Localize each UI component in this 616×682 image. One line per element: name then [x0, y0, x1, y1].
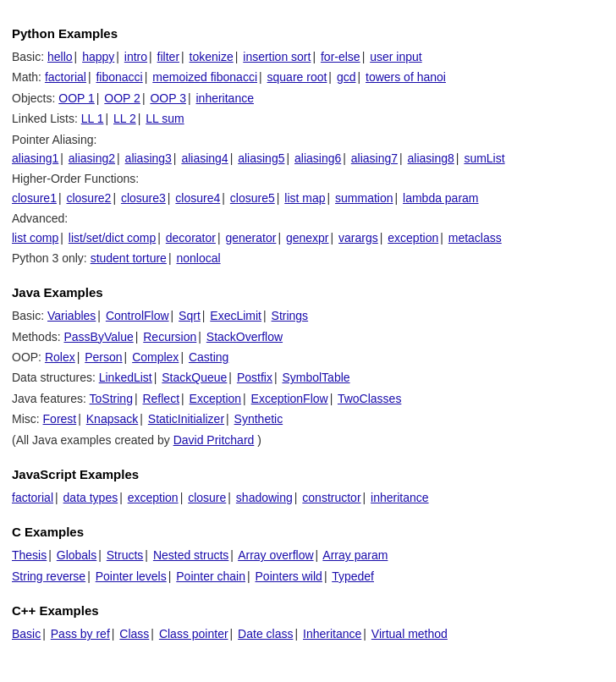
link-passbyvalue[interactable]: PassByValue — [63, 330, 133, 344]
link-varargs[interactable]: varargs — [338, 231, 378, 245]
link-class-cpp[interactable]: Class — [119, 627, 149, 641]
link-lambda-param[interactable]: lambda param — [403, 191, 479, 205]
link-typedef[interactable]: Typedef — [332, 569, 374, 583]
link-synthetic[interactable]: Synthetic — [234, 412, 283, 426]
link-oop1[interactable]: OOP 1 — [58, 91, 95, 105]
link-aliasing1[interactable]: aliasing1 — [12, 151, 58, 165]
link-tostring[interactable]: ToString — [90, 392, 133, 405]
link-stackqueue[interactable]: StackQueue — [162, 371, 227, 384]
link-reflect[interactable]: Reflect — [142, 392, 179, 405]
link-square-root[interactable]: square root — [267, 70, 327, 84]
link-twoclasses[interactable]: TwoClasses — [338, 392, 401, 405]
link-shadowing[interactable]: shadowing — [236, 491, 293, 504]
link-casting[interactable]: Casting — [189, 350, 228, 364]
link-globals[interactable]: Globals — [57, 548, 96, 562]
link-oop3[interactable]: OOP 3 — [150, 91, 186, 105]
link-genexpr[interactable]: genexpr — [286, 231, 329, 245]
link-forest[interactable]: Forest — [43, 412, 77, 426]
link-list-map[interactable]: list map — [284, 191, 325, 205]
link-nonlocal[interactable]: nonlocal — [176, 251, 220, 265]
link-aliasing5[interactable]: aliasing5 — [238, 151, 284, 165]
link-inheritance-py[interactable]: inheritance — [195, 91, 254, 105]
link-exception-java[interactable]: Exception — [190, 392, 241, 405]
link-closure1[interactable]: closure1 — [12, 191, 57, 205]
link-aliasing4[interactable]: aliasing4 — [181, 151, 228, 165]
link-list-set-dict-comp[interactable]: list/set/dict comp — [69, 231, 156, 245]
link-aliasing6[interactable]: aliasing6 — [294, 151, 341, 165]
link-symboltable[interactable]: SymbolTable — [282, 371, 349, 384]
link-summation[interactable]: summation — [335, 191, 393, 205]
link-thesis[interactable]: Thesis — [12, 548, 47, 562]
link-rolex[interactable]: Rolex — [45, 350, 75, 364]
link-pass-by-ref[interactable]: Pass by ref — [51, 627, 110, 641]
link-linkedlist[interactable]: LinkedList — [99, 371, 152, 384]
link-string-reverse[interactable]: String reverse — [12, 569, 85, 583]
link-array-param[interactable]: Array param — [322, 548, 388, 562]
link-ll1[interactable]: LL 1 — [81, 112, 104, 125]
link-staticinitializer[interactable]: StaticInitializer — [148, 412, 224, 426]
link-gcd[interactable]: gcd — [337, 70, 356, 84]
link-controlflow[interactable]: ControlFlow — [106, 309, 169, 322]
link-ll-sum[interactable]: LL sum — [146, 112, 184, 125]
link-closure4[interactable]: closure4 — [175, 191, 220, 205]
link-execlimit[interactable]: ExecLimit — [210, 309, 261, 322]
link-aliasing2[interactable]: aliasing2 — [69, 151, 115, 165]
link-person[interactable]: Person — [85, 350, 122, 364]
link-basic-cpp[interactable]: Basic — [12, 627, 41, 641]
link-data-types[interactable]: data types — [63, 491, 118, 504]
link-complex[interactable]: Complex — [132, 350, 179, 364]
link-decorator[interactable]: decorator — [166, 231, 216, 245]
link-variables[interactable]: Variables — [47, 309, 96, 322]
link-closure5[interactable]: closure5 — [230, 191, 275, 205]
java-oop-label: OOP: — [12, 350, 45, 364]
link-structs[interactable]: Structs — [107, 548, 144, 562]
link-inheritance-cpp[interactable]: Inheritance — [303, 627, 361, 641]
link-postfix[interactable]: Postfix — [237, 371, 272, 384]
link-date-class[interactable]: Date class — [238, 627, 293, 641]
link-recursion[interactable]: Recursion — [143, 330, 196, 344]
link-knapsack[interactable]: Knapsack — [86, 412, 138, 426]
link-constructor[interactable]: constructor — [302, 491, 360, 504]
link-exception-js[interactable]: exception — [128, 491, 179, 504]
link-filter[interactable]: filter — [157, 50, 179, 63]
link-nested-structs[interactable]: Nested structs — [153, 548, 228, 562]
link-ll2[interactable]: LL 2 — [113, 112, 136, 125]
link-closure3[interactable]: closure3 — [121, 191, 166, 205]
link-happy[interactable]: happy — [82, 50, 114, 63]
link-towers-of-hanoi[interactable]: towers of hanoi — [366, 70, 446, 84]
link-for-else[interactable]: for-else — [321, 50, 360, 63]
link-pointers-wild[interactable]: Pointers wild — [256, 569, 322, 583]
link-inheritance-js[interactable]: inheritance — [371, 491, 429, 504]
link-insertion-sort[interactable]: insertion sort — [243, 50, 311, 63]
link-aliasing7[interactable]: aliasing7 — [351, 151, 398, 165]
link-stackoverflow[interactable]: StackOverflow — [206, 330, 283, 344]
link-array-overflow[interactable]: Array overflow — [238, 548, 313, 562]
link-intro[interactable]: intro — [124, 50, 147, 63]
link-memoized-fibonacci[interactable]: memoized fibonacci — [152, 70, 257, 84]
link-sqrt[interactable]: Sqrt — [179, 309, 201, 322]
link-metaclass[interactable]: metaclass — [448, 231, 502, 245]
link-hello[interactable]: hello — [47, 50, 73, 63]
link-user-input[interactable]: user input — [370, 50, 421, 63]
link-closure2[interactable]: closure2 — [66, 191, 111, 205]
link-aliasing3[interactable]: aliasing3 — [125, 151, 172, 165]
link-factorial[interactable]: factorial — [45, 70, 86, 84]
link-factorial-js[interactable]: factorial — [12, 491, 53, 504]
link-exceptionflow[interactable]: ExceptionFlow — [251, 392, 328, 405]
link-closure-js[interactable]: closure — [188, 491, 226, 504]
link-class-pointer[interactable]: Class pointer — [159, 627, 228, 641]
link-aliasing8[interactable]: aliasing8 — [408, 151, 454, 165]
link-sumlist[interactable]: sumList — [464, 151, 504, 165]
link-strings[interactable]: Strings — [272, 309, 309, 322]
link-generator[interactable]: generator — [225, 231, 276, 245]
link-oop2[interactable]: OOP 2 — [104, 91, 140, 105]
link-fibonacci[interactable]: fibonacci — [96, 70, 142, 84]
link-pointer-chain[interactable]: Pointer chain — [176, 569, 245, 583]
link-exception-py[interactable]: exception — [388, 231, 438, 245]
link-student-torture[interactable]: student torture — [91, 251, 167, 265]
link-list-comp[interactable]: list comp — [12, 231, 58, 245]
link-david-pritchard[interactable]: David Pritchard — [173, 433, 255, 447]
link-tokenize[interactable]: tokenize — [190, 50, 234, 63]
link-pointer-levels[interactable]: Pointer levels — [96, 569, 167, 583]
link-virtual-method[interactable]: Virtual method — [371, 627, 448, 641]
